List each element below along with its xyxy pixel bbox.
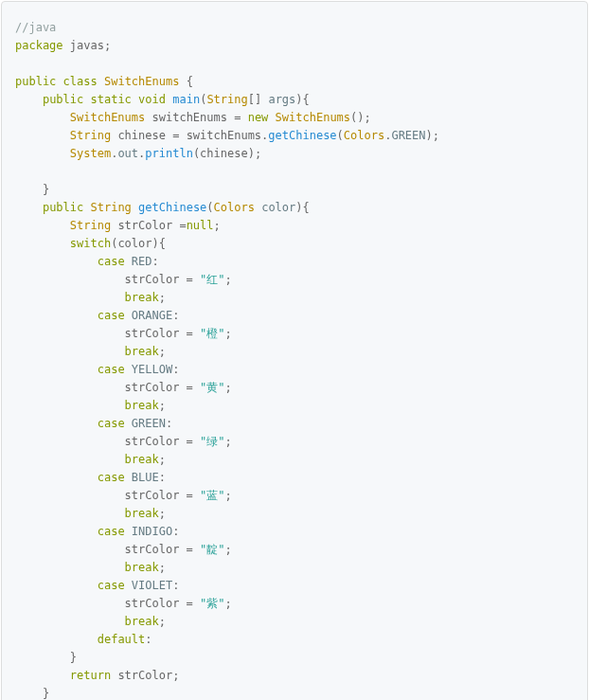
token-plain: { xyxy=(179,75,192,88)
token-plain xyxy=(15,669,70,682)
token-plain xyxy=(132,93,138,106)
token-plain: ; xyxy=(214,219,221,232)
code-content: //java package javas; public class Switc… xyxy=(15,21,439,700)
token-plain: : xyxy=(172,579,179,592)
token-keyword: return xyxy=(70,669,111,682)
token-plain xyxy=(15,219,70,232)
token-plain: strColor; xyxy=(111,669,179,682)
token-plain: strColor = xyxy=(15,435,200,448)
token-keyword: break xyxy=(125,345,159,358)
token-plain: ; xyxy=(225,327,232,340)
token-plain xyxy=(15,453,125,466)
token-plain xyxy=(125,363,132,376)
token-plain: ; xyxy=(159,399,166,412)
token-keyword: case xyxy=(98,255,125,268)
token-keyword: switch xyxy=(70,237,111,250)
token-plain xyxy=(15,525,98,538)
token-type: SwitchEnums xyxy=(70,111,145,124)
token-keyword: case xyxy=(98,417,125,430)
token-plain: ; xyxy=(225,597,232,610)
token-plain: ; xyxy=(159,507,166,520)
token-keyword: default xyxy=(98,633,146,646)
token-plain: : xyxy=(145,633,152,646)
token-plain: ; xyxy=(225,489,232,502)
token-plain: : xyxy=(166,417,172,430)
token-plain xyxy=(15,633,98,646)
token-method: getChinese xyxy=(268,129,336,142)
token-plain: strColor = xyxy=(111,219,186,232)
token-plain: ); xyxy=(426,129,439,142)
token-type: String xyxy=(70,219,111,232)
token-plain: : xyxy=(152,255,159,268)
code-block: //java package javas; public class Switc… xyxy=(1,1,588,700)
token-keyword: case xyxy=(98,309,125,322)
token-keyword: case xyxy=(98,525,125,538)
token-ident: args xyxy=(268,93,295,106)
token-plain xyxy=(15,345,125,358)
token-plain: ; xyxy=(159,615,166,628)
token-string: "黄" xyxy=(200,381,224,394)
token-plain: ; xyxy=(159,291,166,304)
token-plain xyxy=(15,561,125,574)
token-plain: javas; xyxy=(63,39,112,52)
token-plain xyxy=(15,129,70,142)
token-keyword: case xyxy=(98,363,125,376)
token-plain xyxy=(98,75,104,88)
token-plain: [] xyxy=(248,93,269,106)
token-plain: ( xyxy=(337,129,344,142)
token-type: Colors xyxy=(344,129,384,142)
token-plain: } xyxy=(15,687,49,700)
token-plain: strColor = xyxy=(15,273,200,286)
token-ident: out xyxy=(117,147,138,160)
token-plain: strColor = xyxy=(15,327,200,340)
token-ident: color xyxy=(261,201,295,214)
token-type: String xyxy=(70,129,111,142)
token-plain: strColor = xyxy=(15,489,200,502)
token-keyword: break xyxy=(125,453,159,466)
token-string: "绿" xyxy=(200,435,224,448)
token-plain xyxy=(125,579,132,592)
token-plain xyxy=(15,363,98,376)
token-plain: ; xyxy=(159,453,166,466)
token-type: SwitchEnums xyxy=(276,111,350,124)
token-plain: (); xyxy=(350,111,371,124)
token-method: println xyxy=(145,147,193,160)
token-plain: ){ xyxy=(295,201,309,214)
token-keyword: public xyxy=(43,93,83,106)
token-type: String xyxy=(206,93,247,106)
token-ident: GREEN xyxy=(132,417,166,430)
token-ident: ORANGE xyxy=(132,309,172,322)
token-plain: strColor = xyxy=(15,597,200,610)
token-string: "靛" xyxy=(200,543,224,556)
token-plain: ; xyxy=(159,561,166,574)
token-string: "紫" xyxy=(200,597,224,610)
token-plain xyxy=(125,309,132,322)
token-plain xyxy=(125,417,132,430)
token-ident: RED xyxy=(132,255,152,268)
token-plain xyxy=(132,201,138,214)
token-plain xyxy=(15,507,125,520)
token-keyword: void xyxy=(138,93,166,106)
token-ident: BLUE xyxy=(132,471,159,484)
token-plain: chinese = switchEnums. xyxy=(111,129,268,142)
token-keyword: public xyxy=(15,75,56,88)
token-plain: : xyxy=(172,363,179,376)
token-ident: VIOLET xyxy=(132,579,172,592)
token-string: "橙" xyxy=(200,327,224,340)
token-ident: GREEN xyxy=(391,129,425,142)
token-type: String xyxy=(91,201,132,214)
token-keyword: static xyxy=(91,93,132,106)
token-keyword: class xyxy=(63,75,98,88)
token-plain: : xyxy=(172,309,179,322)
token-plain xyxy=(15,309,98,322)
token-plain xyxy=(15,111,70,124)
token-plain xyxy=(15,147,70,160)
token-plain xyxy=(15,615,125,628)
token-plain: strColor = xyxy=(15,381,200,394)
token-plain: switchEnums = xyxy=(145,111,247,124)
token-plain: (chinese); xyxy=(193,147,261,160)
token-plain xyxy=(83,93,90,106)
token-plain: ( xyxy=(206,201,213,214)
token-keyword: break xyxy=(125,561,159,574)
token-plain: ; xyxy=(225,543,232,556)
